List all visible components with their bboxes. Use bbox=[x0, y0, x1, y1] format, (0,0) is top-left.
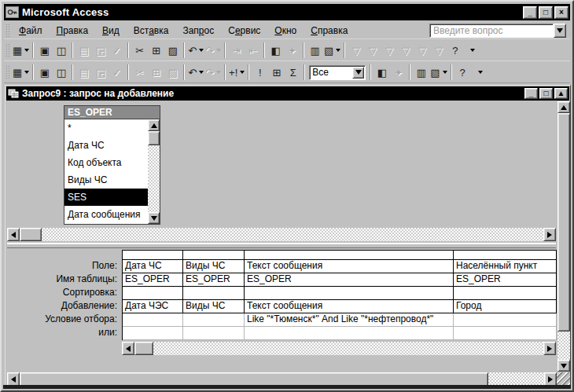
spelling-button[interactable]: ✓ bbox=[109, 42, 125, 59]
grid-cell-criteria-col3[interactable] bbox=[454, 313, 557, 327]
maximize-button[interactable]: □ bbox=[539, 6, 553, 19]
copy-button[interactable]: ⊞ bbox=[148, 42, 164, 59]
grid-header-cell-col3[interactable] bbox=[454, 251, 557, 260]
scrollbar-track[interactable] bbox=[42, 228, 543, 241]
print-preview-button[interactable]: ◲ bbox=[92, 64, 109, 81]
toolbar-grip[interactable] bbox=[6, 43, 9, 57]
scroll-left-button[interactable] bbox=[122, 342, 134, 355]
pane-splitter[interactable] bbox=[7, 243, 556, 248]
view-design-button[interactable]: ▦ bbox=[12, 42, 30, 59]
field-list-item[interactable]: SES bbox=[64, 189, 148, 206]
menu-item-query[interactable]: Запрос bbox=[175, 24, 221, 38]
menu-item-help[interactable]: Справка bbox=[304, 24, 355, 38]
grid-cell-table-col2[interactable]: ES_OPER bbox=[245, 273, 454, 287]
grid-cell-field-col1[interactable]: Виды ЧС bbox=[183, 260, 245, 273]
scrollbar-thumb[interactable] bbox=[134, 342, 153, 355]
menu-item-window[interactable]: Окно bbox=[267, 24, 304, 38]
query-diagram-pane[interactable]: ES_OPER *Дата ЧСКод объектаВиды ЧСSESДат… bbox=[7, 101, 556, 228]
question-dropdown-button[interactable] bbox=[554, 24, 566, 38]
grid-cell-or-col2[interactable] bbox=[245, 327, 454, 340]
grid-cell-or-col1[interactable] bbox=[183, 327, 245, 340]
file-search-button[interactable]: ◫ bbox=[53, 42, 69, 59]
help-button[interactable]: ? bbox=[454, 64, 471, 81]
save-button[interactable]: ▣ bbox=[36, 64, 53, 81]
spelling-button[interactable]: ✓ bbox=[109, 64, 125, 81]
menu-item-file[interactable]: Файл bbox=[12, 24, 50, 38]
top-values-combo[interactable]: Все bbox=[309, 65, 366, 80]
print-button[interactable]: ▤ bbox=[75, 64, 92, 81]
properties-button[interactable]: ◧ bbox=[373, 64, 390, 81]
new-object-button[interactable]: ▧ bbox=[323, 42, 341, 59]
field-list-item[interactable]: Код объекта bbox=[64, 154, 148, 171]
view-design-button[interactable]: ▦ bbox=[12, 64, 30, 81]
database-window-button[interactable]: ▥ bbox=[413, 64, 429, 81]
top-values-combo-dropdown-button[interactable] bbox=[352, 67, 364, 79]
copy-button[interactable]: ⊞ bbox=[148, 64, 164, 81]
menu-item-edit[interactable]: Правка bbox=[50, 24, 96, 38]
redo-button[interactable]: ↷ bbox=[204, 42, 222, 59]
scroll-up-button[interactable] bbox=[148, 119, 160, 131]
new-object-button[interactable]: ▧ bbox=[429, 64, 447, 81]
print-preview-button[interactable]: ◲ bbox=[92, 42, 109, 59]
grid-cell-append_to-col2[interactable]: Текст сообщения bbox=[245, 300, 454, 313]
build-button[interactable]: ✦ bbox=[284, 42, 300, 59]
grid-cell-sort-col0[interactable] bbox=[123, 287, 183, 300]
file-search-button[interactable]: ◫ bbox=[53, 64, 69, 81]
field-list-item[interactable]: * bbox=[64, 119, 148, 137]
minimize-button[interactable]: _ bbox=[524, 88, 538, 99]
grid-header-cell-col2[interactable] bbox=[245, 251, 454, 260]
scrollbar-thumb[interactable] bbox=[20, 228, 42, 241]
filter-button[interactable]: ▽ bbox=[397, 42, 414, 59]
scrollbar-thumb[interactable] bbox=[148, 131, 160, 145]
help-button[interactable]: ? bbox=[447, 42, 463, 59]
paste-button[interactable]: ▨ bbox=[164, 64, 181, 81]
menu-item-tools[interactable]: Сервис bbox=[221, 24, 267, 38]
ask-a-question-input[interactable] bbox=[429, 24, 554, 38]
grid-cell-or-col0[interactable] bbox=[123, 327, 183, 340]
grid-cell-sort-col3[interactable] bbox=[454, 287, 557, 300]
toolbar-grip[interactable] bbox=[6, 65, 9, 79]
grid-cell-field-col0[interactable]: Дата ЧС bbox=[123, 260, 183, 273]
grid-cell-field-col3[interactable]: Населённый пункт bbox=[454, 260, 557, 273]
field-list-caption[interactable]: ES_OPER bbox=[64, 106, 160, 119]
filter-by-form-button[interactable]: ▽ bbox=[364, 42, 381, 59]
field-list-item[interactable]: Дата ЧС bbox=[64, 137, 148, 154]
grid-cell-criteria-col2[interactable]: Like "*Тюменск*" And Like "*нефтепровод*… bbox=[245, 313, 454, 327]
scroll-left-button[interactable] bbox=[7, 228, 20, 241]
show-table-button[interactable]: ⊞ bbox=[268, 64, 285, 81]
grid-cell-append_to-col0[interactable]: Дата ЧЭС bbox=[123, 300, 183, 313]
undo-button[interactable]: ↶ bbox=[187, 42, 204, 59]
restore-button[interactable]: ▲ bbox=[554, 88, 568, 99]
delete-rows-button[interactable]: ⇤ bbox=[245, 42, 261, 59]
apply-filter-button[interactable]: ▽ bbox=[348, 42, 364, 59]
grid-cell-table-col1[interactable]: ES_OPER bbox=[183, 273, 245, 287]
grid-cell-or-col3[interactable] bbox=[454, 327, 557, 340]
totals-button[interactable]: Σ bbox=[285, 64, 301, 81]
grid-cell-sort-col1[interactable] bbox=[183, 287, 245, 300]
advanced-filter-button[interactable]: ▽ bbox=[414, 42, 430, 59]
build-button[interactable]: ✦ bbox=[390, 64, 407, 81]
remove-filter-button[interactable]: ▽ bbox=[430, 42, 447, 59]
grid-cell-criteria-col0[interactable] bbox=[123, 313, 183, 327]
scrollbar-track[interactable] bbox=[153, 342, 543, 355]
grid-header-cell-col0[interactable] bbox=[123, 251, 183, 260]
grid-cell-field-col2[interactable]: Текст сообщения bbox=[245, 260, 454, 273]
scrollbar-track[interactable] bbox=[148, 145, 160, 212]
grid-cell-table-col0[interactable]: ES_OPER bbox=[123, 273, 183, 287]
maximize-button[interactable]: □ bbox=[539, 88, 553, 99]
grid-cell-criteria-col1[interactable] bbox=[183, 313, 245, 327]
scrollbar-track[interactable] bbox=[557, 332, 570, 360]
grid-cell-table-col3[interactable]: ES_OPER bbox=[454, 273, 557, 287]
query-type-append-button[interactable]: +! bbox=[228, 64, 245, 81]
menu-item-insert[interactable]: Вставка bbox=[127, 24, 176, 38]
insert-rows-button[interactable]: ⇥ bbox=[228, 42, 245, 59]
grid-cell-sort-col2[interactable] bbox=[245, 287, 454, 300]
grid-cell-append_to-col1[interactable]: Виды ЧС bbox=[183, 300, 245, 313]
print-button[interactable]: ▤ bbox=[75, 42, 92, 59]
save-button[interactable]: ▣ bbox=[36, 42, 53, 59]
field-list-item[interactable]: Виды ЧС bbox=[64, 171, 148, 189]
undo-button[interactable]: ↶ bbox=[187, 64, 204, 81]
cut-button[interactable]: ✂ bbox=[131, 42, 148, 59]
filter-by-selection-button[interactable]: ▽ bbox=[381, 42, 397, 59]
grid-cell-append_to-col3[interactable]: Город bbox=[454, 300, 557, 313]
